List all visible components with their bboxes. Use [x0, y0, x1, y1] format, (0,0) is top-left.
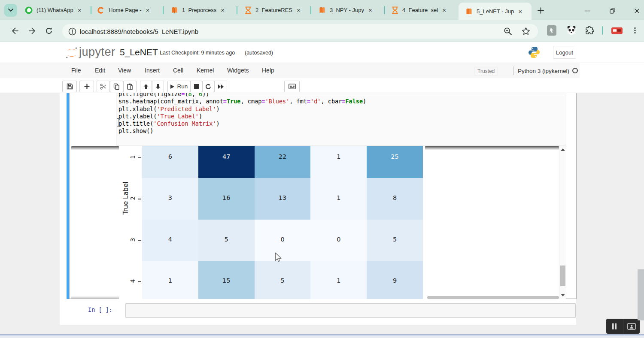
copy-cell-button[interactable] — [110, 81, 123, 92]
paste-cell-button[interactable] — [123, 81, 137, 92]
url-text: localhost:8889/notebooks/5_LeNET.ipynb — [80, 28, 198, 35]
text-caret-bottom — [117, 126, 121, 127]
heatmap-value: 5 — [367, 236, 423, 243]
notebook-title[interactable]: 5_LeNET — [120, 47, 158, 57]
restart-run-all-button[interactable] — [214, 81, 227, 92]
menu-file[interactable]: File — [71, 67, 81, 74]
menu-kernel[interactable]: Kernel — [197, 67, 214, 74]
add-cell-button[interactable] — [79, 81, 94, 92]
menu-cell[interactable]: Cell — [173, 67, 183, 74]
scrollbar-thumb[interactable] — [560, 266, 565, 286]
tab-close-icon[interactable]: × — [78, 6, 82, 14]
jupyter-logo-icon[interactable] — [65, 46, 78, 59]
extension-pointer-icon[interactable] — [546, 25, 557, 36]
tab-close-icon[interactable]: × — [442, 6, 446, 14]
menu-widgets[interactable]: Widgets — [227, 67, 249, 74]
browser-tab[interactable]: (11) WhatsApp× — [21, 0, 89, 20]
logout-button[interactable]: Logout — [553, 46, 576, 59]
tab-separator — [163, 6, 164, 14]
heatmap-value: 0 — [255, 236, 311, 243]
kernel-separator — [513, 66, 514, 75]
back-button[interactable] — [9, 25, 21, 36]
recorder-camera-button[interactable] — [623, 319, 640, 334]
tab-close-icon[interactable]: × — [368, 6, 372, 14]
browser-tab[interactable]: 2_FeatureRES× — [240, 0, 309, 20]
empty-code-cell[interactable]: In [ ]: — [69, 303, 577, 319]
heatmap-value: 1 — [310, 153, 367, 160]
forward-button[interactable] — [27, 25, 38, 36]
interrupt-kernel-button[interactable] — [190, 81, 202, 92]
browser-tab[interactable]: Home Page -× — [93, 0, 161, 20]
heatmap-value: 1 — [310, 277, 367, 284]
heatmap-cell: 1 — [142, 261, 198, 299]
heatmap-value: 6 — [142, 153, 198, 160]
output-horizontal-scrollbar[interactable] — [427, 296, 559, 299]
plus-icon — [84, 84, 90, 89]
window-minimize-button[interactable] — [582, 5, 593, 16]
tab-close-icon[interactable]: × — [518, 8, 522, 15]
new-tab-button[interactable] — [536, 6, 545, 15]
hourglass-icon — [245, 6, 252, 14]
heatmap-value: 13 — [255, 194, 311, 201]
menu-help[interactable]: Help — [262, 67, 274, 74]
scroll-up-arrow[interactable] — [561, 148, 565, 151]
empty-input-area[interactable] — [125, 303, 576, 318]
cut-cell-button[interactable] — [97, 81, 110, 92]
page-scrollbar-thumb[interactable] — [638, 269, 644, 320]
heatmap-cell: 6 — [142, 146, 198, 178]
run-cell-button[interactable]: Run — [167, 81, 190, 92]
heatmap-cell: 5 — [198, 220, 255, 261]
kernel-idle-icon — [572, 68, 578, 73]
restart-kernel-button[interactable] — [202, 81, 214, 92]
menu-insert[interactable]: Insert — [145, 67, 160, 74]
menu-view[interactable]: View — [118, 67, 131, 74]
command-palette-button[interactable] — [284, 81, 300, 92]
bookmark-star-icon[interactable] — [522, 27, 530, 36]
output-scroll-shadow — [425, 146, 559, 150]
whatsapp-icon — [25, 6, 33, 14]
browser-tab-strip: (11) WhatsApp×Home Page -×1_Preporcess×2… — [0, 0, 644, 20]
tab-close-icon[interactable]: × — [146, 6, 150, 14]
notebook-container: plt.figure(figsize=(8, 6))sns.heatmap(co… — [60, 93, 576, 325]
save-icon — [67, 83, 73, 90]
y-tick-mark — [138, 157, 141, 158]
tab-close-icon[interactable]: × — [221, 6, 225, 14]
fast-forward-icon — [218, 84, 224, 89]
output-vertical-scrollbar[interactable] — [559, 146, 566, 299]
move-cell-down-button[interactable] — [152, 81, 164, 92]
browser-tab-active[interactable]: 5_LeNET - Jup× — [459, 3, 532, 20]
move-cell-up-button[interactable] — [140, 81, 152, 92]
menu-edit[interactable]: Edit — [95, 67, 105, 74]
heatmap-value: 25 — [367, 153, 423, 160]
cell-output-area: 647221251316131824500531155194 True Labe… — [71, 146, 559, 299]
notebook-book-icon — [465, 8, 473, 15]
heatmap-value: 1 — [310, 194, 367, 201]
heatmap-value: 5 — [255, 277, 311, 284]
scroll-down-arrow[interactable] — [561, 294, 565, 296]
output-scroll-shadow — [71, 146, 119, 150]
recorder-pause-button[interactable] — [606, 319, 623, 334]
browser-tab[interactable]: 1_Preporcess× — [167, 0, 235, 20]
browser-menu-button[interactable] — [629, 25, 641, 36]
window-close-button[interactable] — [631, 5, 642, 16]
url-input[interactable]: localhost:8889/notebooks/5_LeNET.ipynb — [62, 24, 538, 39]
browser-tab[interactable]: 4_Feature_sel× — [387, 0, 456, 20]
code-input-area[interactable]: plt.figure(figsize=(8, 6))sns.heatmap(co… — [116, 93, 566, 145]
heatmap-cell: 16 — [198, 178, 255, 220]
tab-close-icon[interactable]: × — [297, 6, 301, 14]
extension-panda-icon[interactable] — [566, 25, 577, 36]
input-prompt: In [ ]: — [88, 306, 112, 313]
save-button[interactable] — [62, 81, 77, 92]
tab-title: 4_Feature_sel — [402, 7, 438, 13]
reload-button[interactable] — [43, 25, 55, 36]
page-info-icon[interactable] — [68, 27, 76, 36]
tab-search-button[interactable] — [4, 4, 17, 17]
profile-avatar[interactable] — [611, 25, 623, 36]
extensions-puzzle-icon[interactable] — [584, 25, 595, 36]
browser-tab[interactable]: 3_NPY - Jupy× — [314, 0, 383, 20]
y-tick-label: 3 — [129, 238, 136, 241]
jupyter-logo-text[interactable]: jupyter — [79, 45, 115, 59]
forward-icon — [28, 27, 36, 35]
window-restore-button[interactable] — [607, 5, 618, 16]
zoom-out-icon[interactable] — [504, 27, 512, 36]
